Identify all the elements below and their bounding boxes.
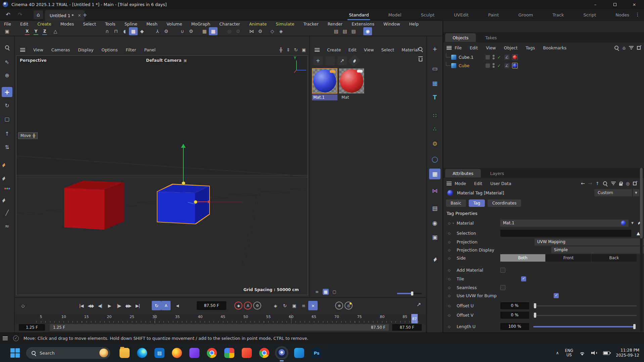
layout-tab[interactable]: Script [582, 9, 598, 20]
layout-tab[interactable]: Sculpt [419, 9, 436, 20]
axis-mode-icon[interactable]: + [429, 44, 441, 54]
side-both-button[interactable]: Both [500, 254, 545, 262]
menubar-item[interactable]: Select [83, 21, 96, 27]
prev-key-icon[interactable]: ◀◆ [86, 301, 95, 310]
viewport-menu-item[interactable]: Panel [144, 47, 156, 52]
annotate-icon[interactable]: ▰ [427, 252, 443, 267]
selection-drop-icon[interactable]: ▲ [637, 231, 640, 236]
objects-menu-item[interactable]: Bookmarks [543, 45, 566, 50]
section-tab[interactable]: Basic [446, 199, 466, 207]
pan-view-icon[interactable]: ╬ [280, 47, 282, 52]
attributes-menu-icon[interactable] [447, 182, 452, 185]
offset-v-slider[interactable] [533, 312, 637, 319]
seamless-checkbox[interactable] [500, 285, 505, 290]
menubar-item[interactable]: Edit [20, 21, 28, 27]
menubar-item[interactable]: File [4, 21, 11, 27]
render-settings-icon[interactable]: ◉ [363, 27, 372, 35]
material-tag-icon[interactable] [512, 54, 518, 60]
layout-tab[interactable]: Groom [517, 9, 535, 20]
viewport-menu-item[interactable]: Cameras [51, 47, 70, 52]
length-u-slider[interactable] [533, 323, 637, 330]
lock-icon[interactable] [619, 183, 623, 186]
workplane-mode-icon[interactable]: ◯ [429, 154, 441, 165]
layout-tab[interactable]: Model [387, 9, 403, 20]
maximize-button[interactable] [605, 0, 625, 9]
objects-menu-item[interactable]: Tags [526, 45, 535, 50]
tile-checkbox[interactable] [521, 276, 526, 281]
taskbar-purple-app[interactable] [189, 348, 199, 358]
live-select-icon[interactable]: ⇖ [2, 57, 12, 67]
layout-tab[interactable]: Track [551, 9, 565, 20]
range-end-field[interactable]: 87.50 F [392, 324, 422, 331]
visibility-dots-icon[interactable] [493, 55, 495, 59]
film-slate-icon[interactable]: ▤ [429, 203, 441, 214]
layout-screen-icon[interactable]: ▣ [3, 27, 11, 35]
field-tool-icon[interactable]: ∪ [178, 27, 187, 35]
wifi-icon[interactable] [579, 351, 585, 355]
extrude-tool-icon[interactable]: ◆ [138, 27, 146, 35]
transfer-tool-icon[interactable]: ↑ [2, 129, 12, 139]
objects-search-icon[interactable] [614, 45, 619, 50]
attributes-menu-item[interactable]: Edit [474, 181, 482, 186]
tweak-tool-icon[interactable]: ⊕ [2, 70, 12, 80]
attributes-popout-icon[interactable] [633, 182, 637, 185]
menubar-item[interactable]: Spline [125, 21, 137, 27]
menubar-item[interactable]: Modes [60, 21, 74, 27]
material-thumbnail[interactable] [312, 68, 337, 94]
character-settings-icon[interactable]: ⚙ [162, 27, 171, 35]
texture-mode-icon[interactable]: T [429, 92, 441, 103]
color-dots-icon[interactable] [4, 188, 6, 189]
panel-tab[interactable]: Layers [483, 169, 511, 178]
mograph-icon[interactable]: ◎ [225, 27, 234, 35]
grid-view-icon[interactable]: ▦ [323, 289, 329, 295]
scale-tool-icon[interactable]: ▢ [2, 114, 12, 124]
enabled-check-icon[interactable]: ✓ [497, 63, 501, 68]
menubar-item[interactable]: Render [328, 21, 343, 27]
team-render-icon[interactable]: ▤ [349, 27, 358, 35]
expand-icon[interactable]: › [453, 221, 457, 225]
material-tag-icon[interactable] [512, 63, 518, 69]
material-dropdown-arrow[interactable]: ▼ [631, 221, 634, 225]
range-start-field[interactable]: 1.25 F [19, 324, 45, 331]
field-settings-icon[interactable]: ⚙ [187, 27, 195, 35]
taskbar-photos[interactable] [224, 348, 234, 358]
viewport-menu-item[interactable]: Options [101, 47, 118, 52]
history-back-icon[interactable]: ← [581, 181, 585, 186]
taskbar-chrome-2[interactable] [259, 348, 269, 358]
objects-menu-item[interactable]: Edit [470, 45, 478, 50]
menubar-item[interactable]: Create [37, 21, 51, 27]
offset-u-field[interactable]: 0 % [500, 302, 529, 309]
render-region-icon[interactable]: ◇ [268, 27, 277, 35]
section-tab[interactable]: Coordinates [488, 199, 521, 207]
use-uvw-checkbox[interactable] [554, 293, 559, 298]
objects-home-icon[interactable]: ⌂ [623, 45, 626, 50]
visibility-dots-icon[interactable] [493, 63, 495, 68]
key-position-icon[interactable]: ◈ [271, 301, 280, 310]
red-cube-object[interactable] [64, 180, 124, 230]
tray-expand-icon[interactable]: ∧ [556, 351, 559, 355]
attributes-scrollbar[interactable] [640, 168, 643, 332]
layout-tab[interactable]: Paint [487, 9, 500, 20]
objects-menu-item[interactable]: View [486, 45, 496, 50]
set-keyframe-icon[interactable]: ◇ [18, 301, 28, 310]
document-tab[interactable]: Untitled 1 * × [45, 10, 85, 21]
gizmo-y-axis[interactable] [183, 145, 184, 183]
timeline-ruler[interactable]: 87 510152025303540455055606570758085 [15, 314, 426, 323]
key-rotation-icon[interactable]: ↻ [280, 301, 289, 310]
material-name[interactable]: Mat [340, 94, 350, 100]
mograph-settings-icon[interactable]: ⚙ [234, 27, 242, 35]
menubar-item[interactable]: Window [383, 21, 400, 27]
menubar-item[interactable]: Character [219, 21, 240, 27]
key-scale-icon[interactable]: ▣ [289, 301, 299, 310]
menubar-item[interactable]: Animate [249, 21, 267, 27]
add-tab-button[interactable]: + [81, 11, 89, 19]
viewport-menu-item[interactable]: Filter [126, 47, 136, 52]
length-u-field[interactable]: 100 % [500, 323, 529, 330]
prev-frame-icon[interactable]: ◀| [95, 301, 105, 310]
minimize-button[interactable]: – [586, 0, 605, 9]
points-mode-icon[interactable]: ∷ [429, 110, 441, 121]
single-view-icon[interactable]: ▢ [331, 289, 337, 295]
gizmo-y-arrowhead[interactable] [181, 141, 186, 148]
play-icon[interactable]: ▶ [105, 301, 114, 310]
thumbnail-size-slider[interactable] [397, 293, 422, 294]
